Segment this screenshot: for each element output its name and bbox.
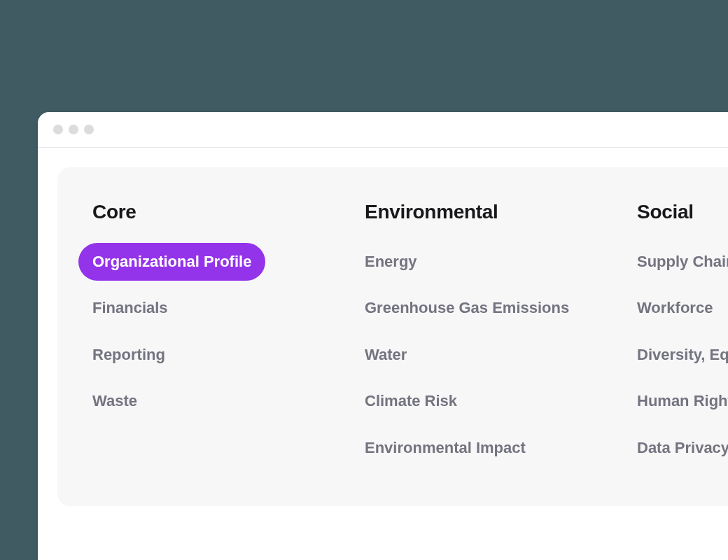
column-heading-environmental: Environmental bbox=[351, 201, 606, 223]
menu-item-climate-risk[interactable]: Climate Risk bbox=[351, 382, 471, 420]
menu-items-environmental: Energy Greenhouse Gas Emissions Water Cl… bbox=[351, 243, 606, 467]
traffic-light-minimize[interactable] bbox=[69, 125, 78, 134]
traffic-light-maximize[interactable] bbox=[84, 125, 94, 134]
menu-item-environmental-impact[interactable]: Environmental Impact bbox=[351, 429, 540, 467]
column-heading-core: Core bbox=[78, 201, 334, 223]
menu-item-water[interactable]: Water bbox=[351, 336, 421, 374]
menu-item-waste[interactable]: Waste bbox=[78, 382, 151, 420]
browser-window: Core Organizational Profile Financials R… bbox=[38, 112, 728, 560]
menu-item-human-rights[interactable]: Human Rights bbox=[623, 382, 728, 420]
content-area: Core Organizational Profile Financials R… bbox=[38, 148, 728, 526]
menu-item-workforce[interactable]: Workforce bbox=[623, 289, 727, 327]
menu-item-greenhouse-gas-emissions[interactable]: Greenhouse Gas Emissions bbox=[351, 289, 583, 327]
categories-card: Core Organizational Profile Financials R… bbox=[57, 167, 728, 506]
column-environmental: Environmental Energy Greenhouse Gas Emis… bbox=[351, 201, 606, 467]
traffic-light-close[interactable] bbox=[53, 125, 63, 134]
menu-items-social: Supply Chain Workforce Diversity, Equity… bbox=[623, 243, 728, 467]
menu-item-financials[interactable]: Financials bbox=[78, 289, 182, 327]
browser-chrome bbox=[38, 112, 728, 148]
column-heading-social: Social bbox=[623, 201, 728, 223]
menu-item-organizational-profile[interactable]: Organizational Profile bbox=[78, 243, 265, 281]
menu-item-data-privacy[interactable]: Data Privacy bbox=[623, 429, 728, 467]
menu-item-reporting[interactable]: Reporting bbox=[78, 336, 179, 374]
column-core: Core Organizational Profile Financials R… bbox=[78, 201, 334, 467]
menu-items-core: Organizational Profile Financials Report… bbox=[78, 243, 334, 421]
column-social: Social Supply Chain Workforce Diversity,… bbox=[623, 201, 728, 467]
menu-item-energy[interactable]: Energy bbox=[351, 243, 431, 281]
menu-item-diversity-equity[interactable]: Diversity, Equity bbox=[623, 336, 728, 374]
menu-item-supply-chain[interactable]: Supply Chain bbox=[623, 243, 728, 281]
